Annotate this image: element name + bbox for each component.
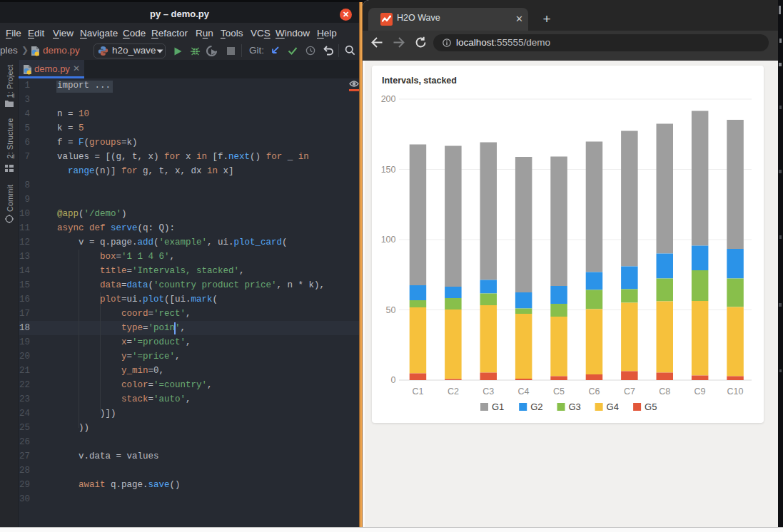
svg-text:0: 0: [391, 375, 396, 385]
svg-text:G1: G1: [492, 401, 504, 412]
svg-text:C7: C7: [624, 387, 635, 397]
svg-text:G4: G4: [607, 401, 619, 412]
svg-text:C10: C10: [727, 387, 744, 397]
svg-text:100: 100: [381, 235, 396, 245]
svg-text:C4: C4: [518, 387, 530, 397]
svg-text:50: 50: [386, 305, 396, 315]
svg-text:C8: C8: [659, 387, 670, 397]
svg-text:G3: G3: [569, 401, 581, 412]
svg-text:G5: G5: [645, 401, 657, 412]
svg-text:C5: C5: [553, 387, 565, 397]
svg-text:C1: C1: [413, 387, 424, 397]
svg-text:200: 200: [381, 94, 396, 104]
svg-text:G2: G2: [530, 401, 542, 412]
svg-text:C9: C9: [694, 387, 706, 397]
svg-text:C3: C3: [483, 387, 494, 397]
svg-text:C2: C2: [448, 387, 459, 397]
svg-text:150: 150: [381, 165, 396, 175]
svg-text:C6: C6: [589, 387, 600, 397]
